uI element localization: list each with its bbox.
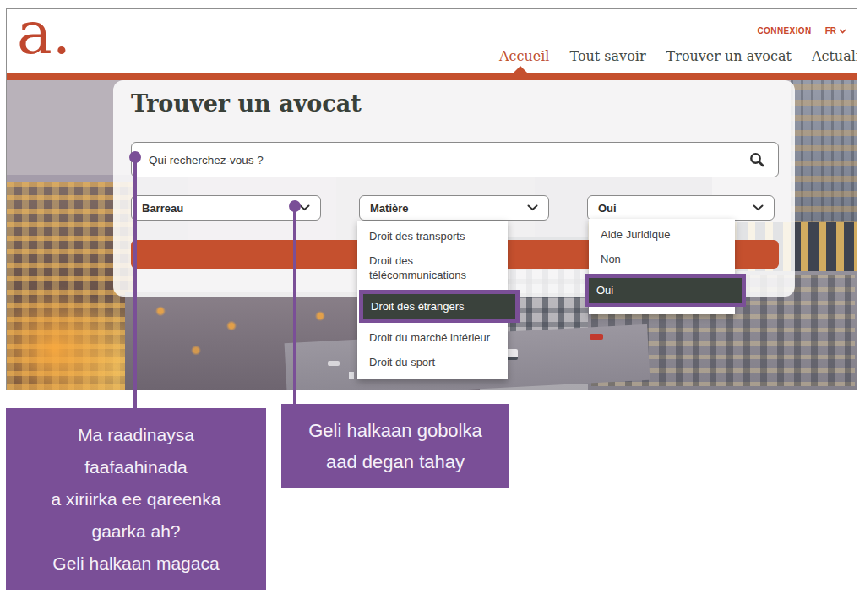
chevron-down-icon — [753, 204, 764, 211]
left-annotation-callout: Ma raadinaysa faafaahinada a xiriirka ee… — [6, 408, 266, 590]
callout-text-line: gaarka ah? — [6, 515, 266, 548]
page: a. CONNEXION FR Accueil Tout savoir Trou… — [0, 0, 865, 616]
connexion-link[interactable]: CONNEXION — [757, 26, 811, 35]
annotation-dot-search — [129, 151, 141, 163]
menu-option-droit-des-etrangers-highlighted[interactable]: Droit des étrangers — [359, 290, 520, 323]
language-label: FR — [825, 26, 836, 35]
nav-item-tout-savoir[interactable]: Tout savoir — [569, 48, 645, 64]
nav-item-accueil[interactable]: Accueil — [499, 48, 549, 64]
aide-juridique-select[interactable]: Oui — [587, 195, 775, 221]
callout-text-line: Geli halkaan magaca — [6, 548, 266, 580]
barreau-select-label: Barreau — [142, 202, 183, 215]
right-annotation-callout: Geli halkaan gobolka aad degan tahay — [281, 404, 509, 488]
active-tab-indicator — [514, 66, 527, 73]
search-input[interactable] — [132, 154, 749, 166]
menu-option-droit-des-telecommunications[interactable]: Droit des télécommunications — [357, 248, 508, 287]
menu-option-oui-highlighted[interactable]: Oui — [585, 274, 746, 307]
chevron-down-icon — [839, 29, 846, 34]
annotation-line-barreau — [293, 206, 296, 404]
search-box — [131, 142, 779, 177]
main-nav: Accueil Tout savoir Trouver un avocat Ac… — [499, 48, 857, 64]
menu-option-droit-du-sport[interactable]: Droit du sport — [357, 350, 508, 374]
site-header: a. CONNEXION FR Accueil Tout savoir Trou… — [7, 9, 857, 73]
annotation-line-search — [133, 157, 137, 408]
site-logo[interactable]: a. — [17, 8, 71, 68]
header-accent-bar — [7, 73, 857, 80]
nav-item-actualites[interactable]: Actualités — [812, 48, 857, 64]
menu-option-droit-du-marche-interieur[interactable]: Droit du marché intérieur — [357, 325, 508, 350]
chevron-down-icon — [527, 204, 538, 211]
search-icon[interactable] — [749, 152, 764, 167]
menu-option-aide-juridique[interactable]: Aide Juridique — [589, 222, 735, 247]
callout-text-line: aad degan tahay — [281, 446, 509, 477]
matiere-dropdown-menu: Droit des transports Droit des télécommu… — [357, 221, 508, 379]
annotation-dot-barreau — [289, 200, 301, 212]
nav-item-trouver-un-avocat[interactable]: Trouver un avocat — [666, 48, 792, 64]
callout-text-line: Geli halkaan gobolka — [281, 415, 509, 446]
aide-juridique-select-label: Oui — [598, 202, 617, 215]
page-title: Trouver un avocat — [131, 90, 362, 117]
callout-text-line: Ma raadinaysa — [6, 419, 266, 451]
top-links: CONNEXION FR — [757, 26, 846, 35]
callout-text-line: faafaahinada — [6, 451, 266, 483]
aide-juridique-dropdown-menu: Aide Juridique Non Oui — [589, 219, 735, 314]
language-selector[interactable]: FR — [825, 26, 846, 35]
menu-option-non[interactable]: Non — [589, 247, 735, 271]
matiere-select[interactable]: Matière — [359, 195, 549, 221]
menu-option-droit-des-transports[interactable]: Droit des transports — [357, 224, 508, 248]
callout-text-line: a xiriirka ee qareenka — [6, 483, 266, 515]
matiere-select-label: Matière — [370, 202, 409, 215]
